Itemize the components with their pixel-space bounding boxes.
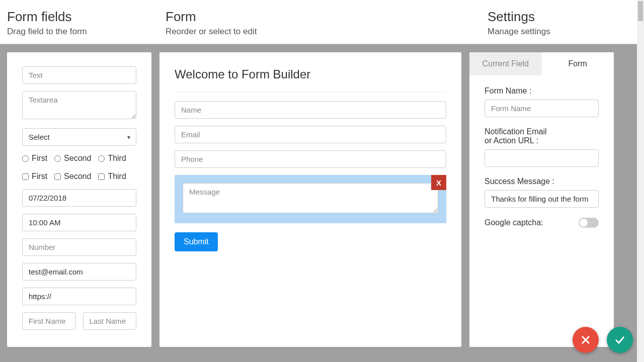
captcha-toggle[interactable] <box>579 218 599 228</box>
palette-first-name[interactable] <box>22 312 76 330</box>
form-divider <box>175 92 446 92</box>
form-email-field[interactable] <box>175 126 446 143</box>
palette-radio-first[interactable] <box>22 155 29 162</box>
settings-panel: Current Field Form Form Name : Notificat… <box>469 52 614 347</box>
workspace: Select First Second Third First Second T… <box>0 44 644 347</box>
form-message-field[interactable] <box>183 183 438 213</box>
form-canvas: Welcome to Form Builder X Submit <box>159 52 461 347</box>
tab-current-field[interactable]: Current Field <box>469 52 542 75</box>
palette-checkbox-group: First Second Third <box>22 171 136 182</box>
form-phone-field[interactable] <box>175 150 446 168</box>
field-palette: Select First Second Third First Second T… <box>7 52 151 347</box>
close-icon <box>580 334 592 346</box>
close-icon: X <box>436 178 441 187</box>
success-msg-label: Success Message : <box>485 177 599 186</box>
settings-tabs: Current Field Form <box>469 52 614 75</box>
notification-input[interactable] <box>485 149 599 167</box>
cancel-button[interactable] <box>573 327 599 353</box>
tab-form[interactable]: Form <box>542 52 614 75</box>
header-settings-title: Settings <box>488 9 637 25</box>
header-settings-sub: Manage settings <box>488 27 637 37</box>
palette-check-second[interactable] <box>54 173 61 180</box>
palette-text-input[interactable] <box>22 66 136 84</box>
header-col-fields: Form fields Drag field to the form <box>0 0 158 44</box>
fab-row <box>573 327 633 353</box>
form-name-label: Form Name : <box>485 86 599 96</box>
header-fields-title: Form fields <box>7 9 151 25</box>
palette-check-third[interactable] <box>98 173 105 180</box>
palette-email-input[interactable] <box>22 263 136 281</box>
palette-number-input[interactable] <box>22 238 136 256</box>
header-col-form: Form Reorder or select to edit <box>158 0 480 44</box>
palette-check-first[interactable] <box>22 173 29 180</box>
form-selected-field[interactable]: X <box>175 175 446 223</box>
scrollbar[interactable] <box>637 0 644 362</box>
palette-radio-group: First Second Third <box>22 153 136 164</box>
palette-radio-second[interactable] <box>54 155 61 162</box>
palette-radio-third[interactable] <box>98 155 105 162</box>
palette-last-name[interactable] <box>83 312 137 330</box>
header-form-sub: Reorder or select to edit <box>166 27 473 37</box>
notification-label: Notification Email or Action URL : <box>485 127 599 145</box>
submit-button[interactable]: Submit <box>175 232 218 251</box>
check-icon <box>614 334 626 346</box>
header-fields-sub: Drag field to the form <box>7 27 151 37</box>
palette-date-input[interactable] <box>22 189 136 207</box>
palette-url-input[interactable] <box>22 288 136 305</box>
palette-textarea[interactable] <box>22 91 136 119</box>
success-msg-input[interactable] <box>485 190 599 208</box>
form-title: Welcome to Form Builder <box>175 67 446 81</box>
palette-time-input[interactable] <box>22 214 136 231</box>
scrollbar-thumb[interactable] <box>638 1 643 21</box>
form-name-input[interactable] <box>485 100 599 117</box>
save-button[interactable] <box>607 327 633 353</box>
captcha-label: Google captcha: <box>485 218 543 227</box>
form-name-field[interactable] <box>175 101 446 119</box>
header-bar: Form fields Drag field to the form Form … <box>0 0 644 44</box>
palette-select[interactable]: Select <box>22 128 136 146</box>
header-col-settings: Settings Manage settings <box>480 0 644 44</box>
header-form-title: Form <box>166 9 473 25</box>
remove-field-button[interactable]: X <box>431 175 446 190</box>
